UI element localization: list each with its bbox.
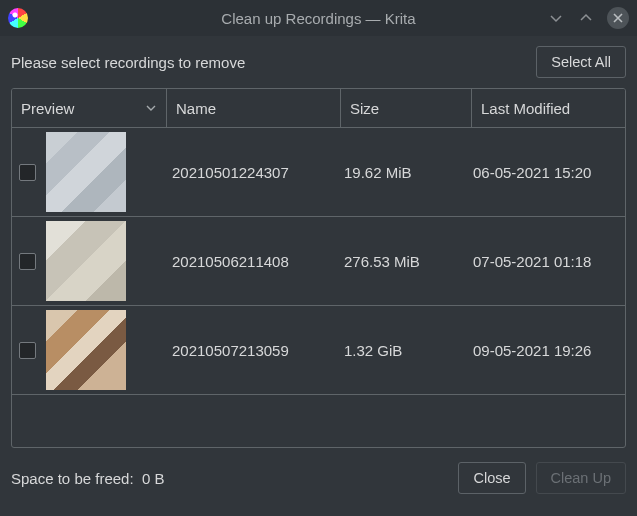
table-header: Preview Name Size Last Modified <box>12 89 625 128</box>
cell-size: 276.53 MiB <box>336 217 465 305</box>
cell-size: 1.32 GiB <box>336 306 465 394</box>
select-all-button[interactable]: Select All <box>536 46 626 78</box>
space-to-be-freed-label: Space to be freed: 0 B <box>11 470 164 487</box>
cell-name: 20210506211408 <box>164 217 336 305</box>
top-row: Please select recordings to remove Selec… <box>11 46 626 78</box>
cell-preview <box>12 306 164 394</box>
cell-name: 20210507213059 <box>164 306 336 394</box>
thumbnail <box>46 132 126 212</box>
thumbnail <box>46 310 126 390</box>
cell-name: 20210501224307 <box>164 128 336 216</box>
row-checkbox[interactable] <box>19 164 36 181</box>
clean-up-button[interactable]: Clean Up <box>536 462 626 494</box>
cell-preview <box>12 217 164 305</box>
column-header-preview[interactable]: Preview <box>12 89 167 127</box>
window-title: Clean up Recordings — Krita <box>0 10 637 27</box>
maximize-icon[interactable] <box>577 9 595 27</box>
table-body: 2021050122430719.62 MiB06-05-2021 15:202… <box>12 128 625 447</box>
space-label-text: Space to be freed: <box>11 470 134 487</box>
cell-preview <box>12 128 164 216</box>
table-row[interactable]: 202105072130591.32 GiB09-05-2021 19:26 <box>12 306 625 395</box>
bottom-buttons: Close Clean Up <box>458 462 626 494</box>
recordings-table: Preview Name Size Last Modified 20210501… <box>11 88 626 448</box>
krita-app-icon <box>8 8 28 28</box>
column-header-name[interactable]: Name <box>167 89 341 127</box>
space-value: 0 B <box>142 470 165 487</box>
cell-last-modified: 06-05-2021 15:20 <box>465 128 625 216</box>
column-label: Size <box>350 100 379 117</box>
row-checkbox[interactable] <box>19 342 36 359</box>
window-controls <box>547 7 629 29</box>
cell-last-modified: 09-05-2021 19:26 <box>465 306 625 394</box>
column-header-last-modified[interactable]: Last Modified <box>472 89 625 127</box>
bottom-row: Space to be freed: 0 B Close Clean Up <box>11 448 626 494</box>
minimize-icon[interactable] <box>547 9 565 27</box>
titlebar: Clean up Recordings — Krita <box>0 0 637 36</box>
column-header-size[interactable]: Size <box>341 89 472 127</box>
close-button[interactable]: Close <box>458 462 525 494</box>
table-row[interactable]: 20210506211408276.53 MiB07-05-2021 01:18 <box>12 217 625 306</box>
column-label: Name <box>176 100 216 117</box>
column-label: Preview <box>21 100 74 117</box>
close-icon[interactable] <box>607 7 629 29</box>
cell-size: 19.62 MiB <box>336 128 465 216</box>
thumbnail <box>46 221 126 301</box>
sort-indicator-icon <box>146 103 156 113</box>
row-checkbox[interactable] <box>19 253 36 270</box>
cell-last-modified: 07-05-2021 01:18 <box>465 217 625 305</box>
table-row[interactable]: 2021050122430719.62 MiB06-05-2021 15:20 <box>12 128 625 217</box>
instruction-label: Please select recordings to remove <box>11 54 245 71</box>
dialog-content: Please select recordings to remove Selec… <box>0 36 637 494</box>
column-label: Last Modified <box>481 100 570 117</box>
